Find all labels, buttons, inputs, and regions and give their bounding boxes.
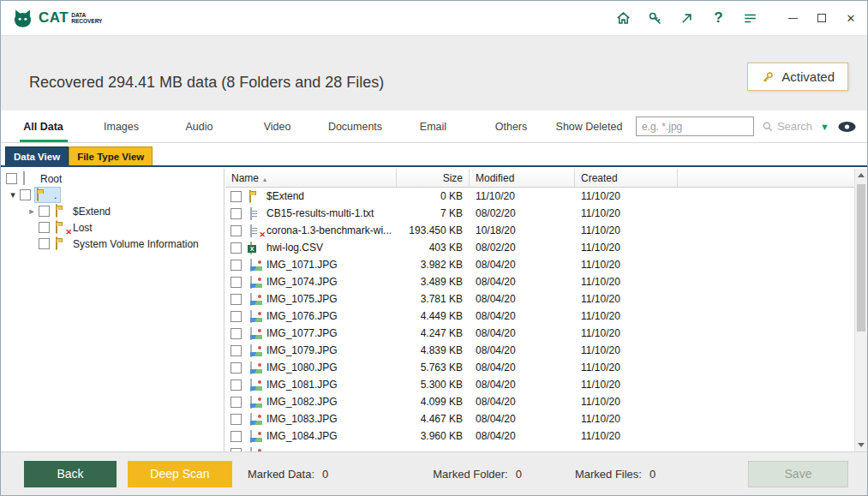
file-name: IMG_1081.JPG: [266, 379, 338, 391]
row-checkbox[interactable]: [230, 242, 242, 254]
file-type-icon: [249, 430, 263, 443]
logo-subtitle: DATARECOVERY: [71, 12, 102, 25]
tab-email[interactable]: Email: [394, 111, 472, 142]
file-size: 403 KB: [397, 242, 470, 254]
file-size: 4.247 KB: [397, 327, 470, 339]
file-size: 5.300 KB: [397, 379, 470, 391]
tree-item-root[interactable]: Root: [1, 170, 224, 187]
maximize-button[interactable]: [807, 4, 836, 32]
scroll-down-arrow[interactable]: [855, 439, 867, 451]
share-arrow-icon[interactable]: [671, 4, 703, 32]
tree-item-system-volume-information[interactable]: System Volume Information: [1, 236, 224, 252]
table-row[interactable]: IMG_1071.JPG 3.982 KB 08/04/20 11/10/20: [225, 256, 854, 273]
column-header-modified[interactable]: Modified: [470, 169, 575, 187]
table-row[interactable]: IMG_1083.JPG 4.467 KB 08/04/20 11/10/20: [225, 410, 854, 427]
chevron-down-icon[interactable]: [6, 189, 20, 200]
search-zone: Search ▼: [636, 117, 867, 136]
table-row[interactable]: IMG_1076.JPG 4.449 KB 08/04/20 11/10/20: [225, 308, 854, 325]
row-checkbox[interactable]: [230, 225, 242, 236]
tree-checkbox[interactable]: [39, 222, 50, 233]
tab-video[interactable]: Video: [238, 111, 316, 142]
menu-icon[interactable]: [734, 4, 766, 32]
table-row[interactable]: IMG_1075.JPG 3.781 KB 08/04/20 11/10/20: [225, 290, 854, 308]
row-checkbox[interactable]: [230, 414, 242, 425]
tree-item-current-dir[interactable]: .: [1, 187, 224, 203]
search-button[interactable]: Search: [762, 120, 812, 133]
table-row[interactable]: CB15-results-multi-1.txt 7 KB 08/02/20 1…: [225, 205, 854, 222]
tree-checkbox[interactable]: [6, 173, 17, 184]
column-header-size[interactable]: Size: [397, 169, 470, 187]
column-header-name[interactable]: Name: [225, 169, 397, 187]
row-checkbox[interactable]: [230, 294, 242, 305]
column-header-created[interactable]: Created: [575, 169, 678, 187]
home-icon[interactable]: [608, 4, 639, 32]
tree-checkbox[interactable]: [39, 206, 50, 217]
table-row[interactable]: IMG_1080.JPG 5.763 KB 08/04/20 11/10/20: [225, 359, 854, 376]
row-checkbox[interactable]: [230, 277, 242, 288]
row-checkbox[interactable]: [230, 260, 242, 271]
row-checkbox[interactable]: [230, 191, 242, 202]
table-row[interactable]: IMG_1077.JPG 4.247 KB 08/04/20 11/10/20: [225, 325, 854, 342]
tab-images[interactable]: Images: [82, 111, 160, 142]
table-row[interactable]: $Extend 0 KB 11/10/20 11/10/20: [225, 188, 854, 205]
row-checkbox[interactable]: [230, 328, 242, 339]
marked-files-counter: Marked Files:0: [575, 468, 655, 481]
search-icon: [762, 121, 774, 133]
scroll-up-arrow[interactable]: [855, 169, 867, 182]
file-created-date: 11/10/20: [575, 310, 678, 322]
help-icon[interactable]: ?: [703, 4, 734, 32]
tab-file-type-view[interactable]: File Type View: [69, 146, 153, 165]
row-checkbox[interactable]: [230, 397, 242, 408]
tree-checkbox[interactable]: [39, 238, 50, 249]
table-row[interactable]: IMG_1084.JPG 3.960 KB 08/04/20 11/10/20: [225, 427, 854, 445]
file-type-icon: [249, 310, 263, 323]
row-checkbox[interactable]: [230, 431, 242, 442]
search-input[interactable]: [636, 117, 754, 136]
activated-button[interactable]: Activated: [747, 63, 848, 91]
file-modified-date: 10/18/20: [470, 224, 575, 236]
search-dropdown-icon[interactable]: ▼: [820, 122, 829, 132]
key-icon[interactable]: [639, 4, 671, 32]
file-modified-date: 08/04/20: [470, 379, 575, 391]
table-row[interactable]: hwi-log.CSV 403 KB 08/02/20 11/10/20: [225, 239, 854, 256]
table-row[interactable]: [225, 445, 854, 451]
row-checkbox[interactable]: [230, 379, 242, 391]
save-button[interactable]: Save: [748, 461, 848, 487]
table-row[interactable]: IMG_1082.JPG 4.099 KB 08/04/20 11/10/20: [225, 393, 854, 410]
vertical-scrollbar[interactable]: [854, 169, 867, 451]
view-tab-strip: Data View File Type View: [1, 143, 867, 167]
tab-others[interactable]: Others: [472, 111, 550, 142]
tree-checkbox[interactable]: [20, 189, 31, 200]
tab-audio[interactable]: Audio: [160, 111, 238, 142]
tab-all-data[interactable]: All Data: [4, 111, 82, 142]
scrollbar-thumb[interactable]: [857, 184, 865, 332]
close-button[interactable]: [836, 4, 865, 32]
preview-eye-icon[interactable]: [837, 121, 857, 133]
file-size: 193.450 KB: [397, 224, 470, 236]
chevron-right-icon[interactable]: [25, 206, 39, 217]
file-created-date: 11/10/20: [575, 242, 678, 254]
table-row[interactable]: IMG_1074.JPG 3.489 KB 08/04/20 11/10/20: [225, 273, 854, 290]
row-checkbox[interactable]: [230, 345, 242, 356]
tree-item-lost[interactable]: Lost: [1, 219, 224, 236]
minimize-button[interactable]: [778, 4, 807, 32]
tab-data-view[interactable]: Data View: [5, 146, 69, 165]
file-name: IMG_1074.JPG: [266, 276, 338, 288]
tree-item-extend[interactable]: $Extend: [1, 203, 224, 219]
back-button[interactable]: Back: [24, 461, 117, 487]
table-row[interactable]: IMG_1079.JPG 4.839 KB 08/04/20 11/10/20: [225, 342, 854, 359]
file-type-icon: [249, 276, 263, 289]
tab-show-deleted[interactable]: Show Deleted: [550, 111, 628, 142]
file-size: 0 KB: [397, 190, 470, 202]
file-name: IMG_1082.JPG: [266, 396, 338, 408]
deep-scan-button[interactable]: Deep Scan: [128, 461, 232, 487]
table-row[interactable]: corona-1.3-benchmark-wi... 193.450 KB 10…: [225, 222, 854, 239]
row-checkbox[interactable]: [230, 311, 242, 322]
row-checkbox[interactable]: [230, 208, 242, 219]
file-size: 3.982 KB: [397, 259, 470, 271]
table-row[interactable]: IMG_1081.JPG 5.300 KB 08/04/20 11/10/20: [225, 376, 854, 393]
file-size: 4.099 KB: [397, 396, 470, 408]
tab-documents[interactable]: Documents: [316, 111, 394, 142]
row-checkbox[interactable]: [230, 362, 242, 373]
search-button-label: Search: [777, 120, 812, 133]
